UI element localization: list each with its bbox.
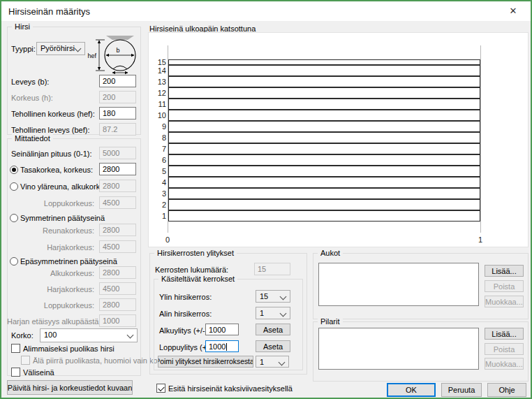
- constant-height-field[interactable]: 2800: [99, 163, 136, 175]
- wall-log-row: [168, 87, 480, 99]
- groove-shape: [106, 36, 134, 40]
- pick-extensions-course-value: 1: [260, 358, 264, 366]
- elevation-label: Korko:: [11, 331, 34, 340]
- wall-row-number: 3: [149, 189, 166, 198]
- axis-label-end: 1: [475, 235, 485, 244]
- wall-row-number: 14: [149, 66, 166, 75]
- openings-edit-button: Muokkaa...: [485, 296, 524, 307]
- openings-add-button[interactable]: Lisää...: [485, 265, 524, 277]
- radio-sloped-top[interactable]: [10, 182, 18, 191]
- close-icon[interactable]: ✕: [504, 5, 522, 17]
- bottom-course-label: Alin hirsikerros:: [159, 310, 212, 319]
- pillars-group-title: Pilarit: [318, 317, 343, 326]
- ridge-distance-label: Harjan etäisyys alkupäästä:: [7, 317, 94, 326]
- wall-log-row: [168, 210, 480, 222]
- start-extension-field[interactable]: 1000: [205, 324, 239, 335]
- wall-row-number: 12: [149, 89, 166, 98]
- wall-row-number: 6: [149, 156, 166, 165]
- chevron-down-icon: [279, 359, 286, 366]
- log-group-title: Hirsi: [12, 22, 33, 31]
- sloped-top-start-field: 2800: [99, 180, 136, 192]
- openings-remove-button: Poista: [485, 280, 524, 292]
- height-h-label: Korkeus (h):: [11, 94, 53, 103]
- partition-wall-label[interactable]: Väliseinä: [23, 368, 54, 377]
- bottom-course-select[interactable]: 1: [256, 307, 290, 319]
- end-extension-field[interactable]: 1000: [205, 340, 239, 352]
- effective-width-field: 87.2: [99, 123, 136, 136]
- wall-row-number: 10: [149, 111, 166, 120]
- wall-drawing: 0 1 151413121110987654321: [148, 32, 529, 247]
- axis-label-start: 0: [163, 235, 172, 244]
- ridge-height-field-1: 4500: [99, 240, 136, 253]
- wall-log-row: [168, 59, 480, 65]
- constant-height-label[interactable]: Tasakorkea, korkeus:: [20, 166, 93, 175]
- chevron-down-icon: [127, 332, 134, 339]
- top-course-select[interactable]: 15: [256, 290, 290, 303]
- chevron-down-icon: [75, 45, 82, 52]
- asymmetric-gable-label[interactable]: Epäsymmetrinen päätyseinä: [20, 257, 117, 266]
- wall-row-number: 5: [149, 167, 166, 176]
- start-extension-label: Alkuylitys (+/-):: [159, 326, 209, 335]
- course-count-field: 15: [254, 263, 290, 275]
- effective-height-label: Tehollinen korkeus (hef):: [11, 110, 95, 119]
- effective-height-field[interactable]: 180: [99, 107, 136, 119]
- text-caret: [226, 343, 227, 351]
- pillars-add-button[interactable]: Lisää...: [485, 328, 524, 340]
- wall-row-number: 11: [149, 100, 166, 109]
- ridge-height-field-2: 4500: [99, 282, 136, 295]
- help-button[interactable]: Ohje: [487, 383, 526, 397]
- pillars-listbox[interactable]: [318, 328, 479, 370]
- symmetric-gable-label[interactable]: Symmetrinen päätyseinä: [20, 214, 105, 223]
- half-log-checkbox[interactable]: [11, 344, 20, 353]
- no-draw-half-label: Älä piirrä puolikasta, huomioi vain kork…: [33, 356, 168, 365]
- ridge-distance-field: 1000: [99, 314, 136, 327]
- pillars-edit-button: Muokkaa...: [485, 358, 524, 370]
- set-start-extension-button[interactable]: Aseta: [256, 324, 290, 335]
- top-course-label: Ylin hirsikerros:: [159, 293, 212, 302]
- pick-extensions-button[interactable]: Poimi ylitykset hirsikerroksesta:: [158, 356, 253, 368]
- update-log-info-button[interactable]: Päivitä hirsi- ja korkeustiedot kuvaan: [7, 380, 133, 395]
- wall-row-number: 2: [149, 201, 166, 210]
- two-line-representation-label[interactable]: Esitä hirsiseinät kaksiviivaesityksellä: [168, 384, 293, 393]
- end-height-field: 4500: [99, 196, 136, 209]
- pick-extensions-course-select[interactable]: 1: [256, 356, 289, 368]
- radio-constant-height[interactable]: [10, 166, 18, 174]
- openings-listbox[interactable]: [318, 263, 479, 306]
- bottom-course-value: 1: [260, 309, 264, 317]
- wall-log-row: [168, 166, 480, 177]
- end-height-label: Loppukorkeus:: [11, 199, 94, 208]
- edge-height-field: 2800: [99, 224, 136, 236]
- start-height-field: 2800: [99, 266, 136, 279]
- set-end-extension-button[interactable]: Aseta: [256, 340, 290, 352]
- ok-button[interactable]: OK: [387, 383, 436, 397]
- elevation-select[interactable]: 100: [40, 328, 138, 342]
- wall-log-row: [168, 177, 480, 188]
- radio-symmetric-gable[interactable]: [10, 214, 18, 222]
- log-type-select[interactable]: Pyöröhirsi: [36, 42, 85, 55]
- half-log-label[interactable]: Alimmaiseksi puolikas hirsi: [23, 344, 114, 354]
- wall-row-number: 13: [149, 78, 166, 87]
- edge-height-label: Reunakorkeus:: [11, 226, 94, 235]
- chevron-down-icon: [280, 310, 287, 317]
- wall-log-row: [168, 132, 480, 143]
- extensions-group-title: Hirsikerrosten ylitykset: [154, 249, 237, 258]
- handled-courses-title: Käsiteltävät kerrokset: [158, 275, 237, 284]
- wall-row-number: 4: [149, 178, 166, 187]
- wall-row-number: 1: [149, 212, 166, 221]
- end-extension-value: 1000: [209, 342, 226, 351]
- titlebar: Hirsiseinän määritys ✕: [1, 1, 531, 21]
- end-height-label-2: Loppukorkeus:: [11, 301, 94, 310]
- elevation-value: 100: [44, 331, 57, 339]
- wall-log-row: [168, 188, 480, 199]
- two-line-representation-checkbox[interactable]: [156, 384, 165, 393]
- width-b-field[interactable]: 200: [99, 75, 136, 87]
- right-guide-line: [480, 45, 481, 233]
- wall-log-row: [168, 65, 480, 76]
- cancel-button[interactable]: Peruuta: [441, 383, 482, 397]
- partition-wall-checkbox[interactable]: [11, 368, 20, 377]
- hef-dim-label: hef: [87, 52, 96, 59]
- height-h-field: 200: [99, 91, 136, 103]
- radio-asymmetric-gable[interactable]: [10, 257, 18, 266]
- start-height-label: Alkukorkeus:: [11, 269, 94, 278]
- course-count-label: Kerrosten lukumäärä:: [155, 266, 228, 275]
